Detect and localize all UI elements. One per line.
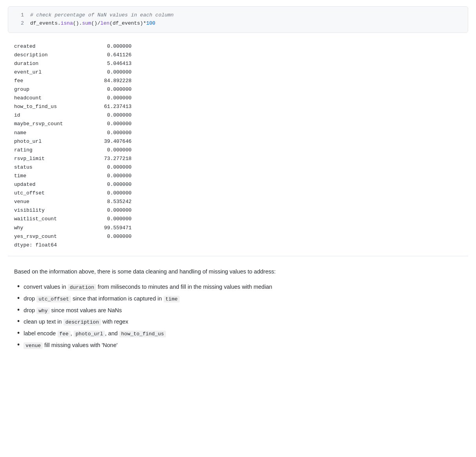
- output-block: created0.000000description0.641126durati…: [8, 39, 468, 256]
- output-row: rsvp_limit73.277218: [14, 155, 462, 163]
- output-row: how_to_find_us61.237413: [14, 103, 462, 111]
- output-value: 0.000000: [92, 129, 132, 137]
- output-key: event_url: [14, 68, 92, 77]
- main-container: 1 # check percentage of NaN values in ea…: [0, 0, 476, 362]
- code-line-1: 1 # check percentage of NaN values in ea…: [14, 11, 462, 20]
- output-row: duration5.046413: [14, 59, 462, 68]
- bullet-dot: •: [17, 341, 20, 348]
- output-dtype-text: dtype: float64: [14, 241, 57, 250]
- output-key: group: [14, 85, 92, 94]
- output-value: 0.000000: [92, 232, 132, 241]
- output-row: event_url0.000000: [14, 68, 462, 77]
- code-content-2: df_events.isna().sum()/len(df_events)*10…: [30, 20, 155, 28]
- output-key: status: [14, 163, 92, 172]
- output-row: utc_offset0.000000: [14, 189, 462, 198]
- output-value: 5.046413: [92, 59, 132, 68]
- output-value: 61.237413: [92, 103, 132, 111]
- output-row: headcount0.000000: [14, 94, 462, 103]
- output-row: updated0.000000: [14, 180, 462, 189]
- prose-intro: Based on the information above, there is…: [14, 267, 462, 276]
- output-value: 0.000000: [92, 94, 132, 103]
- list-item: •clean up text in description with regex: [17, 317, 462, 327]
- list-item-content: clean up text in description with regex: [23, 317, 128, 327]
- output-key: utc_offset: [14, 189, 92, 198]
- output-row: fee84.892228: [14, 77, 462, 85]
- output-row: id0.000000: [14, 111, 462, 120]
- output-row: group0.000000: [14, 85, 462, 94]
- output-key: how_to_find_us: [14, 103, 92, 111]
- output-value: 0.000000: [92, 189, 132, 198]
- code-block: 1 # check percentage of NaN values in ea…: [8, 6, 468, 33]
- bullet-dot: •: [17, 329, 20, 336]
- list-item: •drop why since most values are NaNs: [17, 306, 462, 315]
- prose-section: Based on the information above, there is…: [8, 264, 468, 356]
- output-value: 8.535242: [92, 198, 132, 206]
- output-value: 0.000000: [92, 215, 132, 223]
- output-row: description0.641126: [14, 51, 462, 59]
- output-key: visibility: [14, 206, 92, 215]
- code-comment-1: # check percentage of NaN values in each…: [30, 11, 174, 20]
- output-rows: created0.000000description0.641126durati…: [14, 42, 462, 241]
- output-value: 0.641126: [92, 51, 132, 59]
- output-key: created: [14, 42, 92, 51]
- output-row: photo_url39.407646: [14, 137, 462, 146]
- list-item-content: drop utc_offset since that information i…: [23, 294, 179, 304]
- inline-code: time: [164, 296, 180, 302]
- line-number-1: 1: [14, 11, 24, 20]
- output-value: 0.000000: [92, 146, 132, 155]
- code-line-2: 2 df_events.isna().sum()/len(df_events)*…: [14, 20, 462, 28]
- bullet-list: •convert values in duration from milisec…: [14, 282, 462, 350]
- output-value: 39.407646: [92, 137, 132, 146]
- output-key: waitlist_count: [14, 215, 92, 223]
- output-row: why99.559471: [14, 224, 462, 232]
- line-number-2: 2: [14, 20, 24, 28]
- output-value: 84.892228: [92, 77, 132, 85]
- list-item-content: convert values in duration from miliseco…: [23, 282, 272, 292]
- output-key: headcount: [14, 94, 92, 103]
- list-item: •drop utc_offset since that information …: [17, 294, 462, 304]
- output-value: 0.000000: [92, 111, 132, 120]
- list-item-content: label encode fee, photo_url, and how_to_…: [23, 329, 166, 338]
- inline-code: description: [63, 319, 101, 326]
- inline-code: venue: [23, 342, 43, 349]
- output-key: why: [14, 224, 92, 232]
- output-value: 0.000000: [92, 172, 132, 180]
- output-row: yes_rsvp_count0.000000: [14, 232, 462, 241]
- output-key: id: [14, 111, 92, 120]
- output-value: 0.000000: [92, 163, 132, 172]
- output-row: waitlist_count0.000000: [14, 215, 462, 223]
- output-key: updated: [14, 180, 92, 189]
- output-key: description: [14, 51, 92, 59]
- output-dtype-row: dtype: float64: [14, 241, 462, 250]
- output-key: photo_url: [14, 137, 92, 146]
- inline-code: utc_offset: [36, 296, 71, 302]
- output-value: 0.000000: [92, 85, 132, 94]
- list-item-content: venue fill missing values with 'None': [23, 341, 117, 350]
- output-value: 73.277218: [92, 155, 132, 163]
- output-key: duration: [14, 59, 92, 68]
- inline-code: fee: [58, 331, 70, 337]
- list-item-content: drop why since most values are NaNs: [23, 306, 122, 315]
- inline-code: why: [36, 308, 49, 314]
- bullet-dot: •: [17, 283, 20, 290]
- output-row: status0.000000: [14, 163, 462, 172]
- list-item: •convert values in duration from milisec…: [17, 282, 462, 292]
- output-value: 0.000000: [92, 120, 132, 128]
- inline-code: photo_url: [74, 331, 105, 337]
- bullet-dot: •: [17, 295, 20, 302]
- output-key: fee: [14, 77, 92, 85]
- output-row: maybe_rsvp_count0.000000: [14, 120, 462, 128]
- output-row: rating0.000000: [14, 146, 462, 155]
- output-row: created0.000000: [14, 42, 462, 51]
- bullet-dot: •: [17, 318, 20, 325]
- list-item: •venue fill missing values with 'None': [17, 341, 462, 350]
- output-value: 0.000000: [92, 180, 132, 189]
- output-value: 0.000000: [92, 68, 132, 77]
- output-value: 0.000000: [92, 42, 132, 51]
- output-key: rating: [14, 146, 92, 155]
- output-row: visibility0.000000: [14, 206, 462, 215]
- output-key: yes_rsvp_count: [14, 232, 92, 241]
- output-row: venue8.535242: [14, 198, 462, 206]
- inline-code: duration: [68, 284, 96, 291]
- output-key: maybe_rsvp_count: [14, 120, 92, 128]
